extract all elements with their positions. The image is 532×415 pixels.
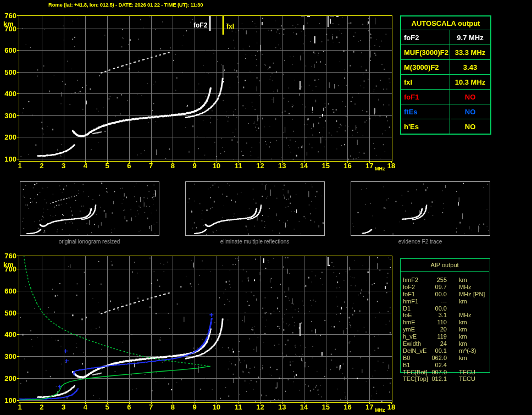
aip-lab: foE [403, 312, 412, 319]
plot0-x-tick-label: 3 [58, 162, 70, 169]
plot1-y-tick-label: 500 [0, 309, 16, 317]
aip-row-hve: h_vE119km [400, 333, 490, 340]
aip-val: 00.1 [425, 347, 447, 355]
aip-extra: [PN] [473, 291, 485, 298]
aip-output-table: AIP output hmF2255kmfoF209.7MHzfoF100.0M… [400, 258, 490, 383]
aip-val: 012.1 [425, 375, 447, 383]
autoscala-table-title: AUTOSCALA output [401, 16, 491, 30]
autoscala-row-muf3000f2: MUF(3000)F233.3 MHz [401, 45, 491, 60]
aip-val: 02.4 [425, 362, 447, 369]
plot1-x-tick-label: 8 [167, 403, 179, 411]
aip-row-d1: D100.0 [400, 305, 490, 312]
plot0-x-tick-label: 10 [210, 162, 223, 169]
aip-row-b1: B102.4 [400, 362, 490, 369]
autoscala-row-label: M(3000)F2 [401, 60, 450, 75]
plot0-y-tick-label: 760 [0, 12, 16, 19]
aip-row-hme: hmE110km [400, 319, 490, 326]
plot1-x-tick-label: 9 [189, 403, 201, 411]
autoscala-row-fof1: foF1NO [401, 90, 491, 104]
plot1-y-tick-label: 600 [0, 287, 16, 295]
aip-val: 110 [425, 319, 447, 326]
x-unit-label-bottom: MHz [375, 407, 385, 414]
aip-row-b0: B0062.0km [400, 355, 490, 362]
aip-lab: ymE [403, 326, 415, 333]
plot0-x-tick-label: 4 [79, 162, 91, 169]
plot1-x-tick-label: 5 [101, 403, 113, 411]
aip-unit: TECU [459, 375, 475, 383]
aip-row-fof2: foF209.7MHz [400, 284, 490, 291]
plot1-x-tick-label: 7 [145, 403, 157, 411]
aip-val: --- [425, 298, 447, 305]
aip-unit: m^(-3) [459, 347, 476, 355]
autoscala-row-value: NO [450, 104, 491, 119]
autoscala-row-fof2: foF29.7 MHz [401, 30, 491, 45]
aip-lab: h_vE [403, 333, 417, 340]
aip-unit: km [459, 276, 467, 284]
autoscala-row-label: MUF(3000)F2 [401, 45, 450, 60]
aip-val: 00.0 [425, 305, 447, 312]
aip-lab: foF1 [403, 291, 415, 298]
plot0-x-tick-label: 5 [101, 162, 113, 169]
aip-unit: km [459, 326, 467, 333]
plot0-x-tick-label: 15 [320, 162, 332, 169]
aip-unit: MHz [459, 284, 472, 291]
plot1-x-tick-label: 16 [341, 403, 353, 411]
aip-lab: Ewidth [403, 340, 421, 347]
plot1-y-tick-label: 300 [0, 353, 16, 360]
plot0-x-tick-label: 8 [167, 162, 179, 169]
station-date-time-title: Rome (lat: +41.8, lon: 012.5) - DATE: 20… [48, 2, 203, 8]
y-unit-label-bottom: km [3, 261, 14, 268]
aip-lab: hmE [403, 319, 415, 326]
fxi-marker-label: fxI [226, 23, 234, 30]
aip-row-tecbot: TEC[Bot]007.0TECU [400, 369, 490, 376]
aip-val: 007.0 [425, 369, 447, 376]
fof2-marker-label: foF2 [193, 22, 207, 29]
aip-lab: hmF1 [403, 298, 418, 305]
plot1-x-tick-label: 10 [210, 403, 223, 411]
plot1-x-tick-label: 4 [79, 403, 91, 411]
autoscala-row-value: NO [450, 90, 491, 104]
aip-row-ewidth: Ewidth24km [400, 340, 490, 347]
aip-lab: D1 [403, 305, 411, 312]
aip-row-tectop: TEC[Top]012.1TECU [400, 375, 490, 383]
aip-unit: km [459, 355, 467, 362]
plot0-x-tick-label: 2 [36, 162, 48, 169]
plot1-x-tick-label: 17 [363, 403, 375, 411]
aip-lab: TEC[Bot] [403, 369, 428, 376]
plot1-y-tick-label: 200 [0, 375, 16, 382]
aip-val: 00.0 [425, 291, 447, 298]
y-unit-label-top: km [3, 20, 14, 27]
plot1-x-tick-label: 14 [298, 403, 310, 411]
plot1-x-tick-label: 11 [232, 403, 245, 411]
plot0-y-tick-label: 300 [0, 112, 16, 119]
plot0-x-tick-label: 16 [341, 162, 353, 169]
plot0-x-tick-label: 17 [363, 162, 375, 169]
autoscala-row-fxi: fxI10.3 MHz [401, 75, 491, 90]
aip-rows: hmF2255kmfoF209.7MHzfoF100.0MHz[PN]hmF1-… [400, 276, 490, 383]
aip-unit: TECU [459, 369, 475, 376]
plot1-x-tick-label: 1 [14, 403, 26, 411]
plot0-x-tick-label: 14 [298, 162, 310, 169]
autoscala-row-m3000f2: M(3000)F23.43 [401, 60, 491, 75]
plot0-y-tick-label: 600 [0, 47, 16, 54]
plot1-x-tick-label: 13 [276, 403, 288, 411]
autoscala-row-value: 10.3 MHz [450, 75, 491, 90]
autoscala-row-label: foF1 [401, 90, 450, 104]
aip-table-title: AIP output [400, 258, 489, 272]
aip-val: 09.7 [425, 284, 447, 291]
plot0-x-tick-label: 18 [385, 162, 397, 169]
aip-unit: MHz [459, 291, 472, 298]
aip-row-hmf1: hmF1---km [400, 298, 490, 305]
aip-row-delnve: DelN_vE00.1m^(-3) [400, 347, 490, 355]
plot1-x-tick-label: 12 [254, 403, 266, 411]
autoscala-app-window: Rome (lat: +41.8, lon: 012.5) - DATE: 20… [0, 0, 532, 415]
aip-lab: B1 [403, 362, 410, 369]
autoscala-output-table: AUTOSCALA output foF29.7 MHzMUF(3000)F23… [400, 15, 491, 135]
aip-val: 062.0 [425, 355, 447, 362]
plot0-y-tick-label: 400 [0, 90, 16, 97]
autoscala-row-label: fxI [401, 75, 450, 90]
thumbnail-caption-eliminate: eliminate multiple reflections [185, 239, 324, 245]
aip-lab: B0 [403, 355, 410, 362]
thumbnail-caption-evidence: evidence F2 trace [351, 239, 490, 245]
plot0-x-tick-label: 9 [189, 162, 201, 169]
